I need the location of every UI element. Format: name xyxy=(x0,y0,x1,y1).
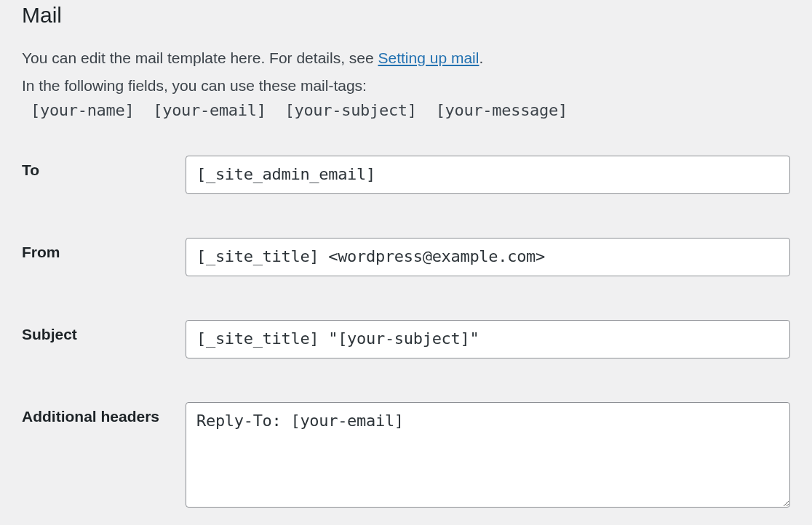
mail-description-line1: You can edit the mail template here. For… xyxy=(22,45,790,71)
from-field-row: From xyxy=(22,238,790,276)
mail-tags-list: [your-name] [your-email] [your-subject] … xyxy=(31,101,790,119)
to-input[interactable] xyxy=(186,156,790,194)
mail-section-title: Mail xyxy=(22,0,790,28)
additional-headers-field-row: Additional headers xyxy=(22,402,790,510)
to-field-row: To xyxy=(22,156,790,194)
to-label: To xyxy=(22,156,186,179)
subject-input[interactable] xyxy=(186,320,790,358)
from-input[interactable] xyxy=(186,238,790,276)
subject-field-row: Subject xyxy=(22,320,790,358)
mail-description-line2: In the following fields, you can use the… xyxy=(22,73,790,99)
description-text-part1: You can edit the mail template here. For… xyxy=(22,49,378,66)
additional-headers-textarea[interactable] xyxy=(186,402,790,508)
description-text-part2: . xyxy=(479,49,483,66)
from-label: From xyxy=(22,238,186,261)
additional-headers-label: Additional headers xyxy=(22,402,186,425)
setting-up-mail-link[interactable]: Setting up mail xyxy=(378,49,479,66)
subject-label: Subject xyxy=(22,320,186,343)
